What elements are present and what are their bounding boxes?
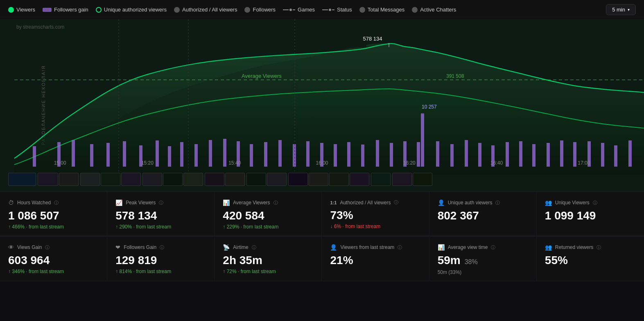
thumb-group-5	[205, 173, 245, 186]
thumbnail[interactable]	[225, 173, 245, 186]
thumbnail[interactable]	[80, 173, 100, 186]
stat-unique-auth-label: Unique auth viewers	[448, 200, 493, 206]
chart-icon: 📊	[438, 244, 445, 251]
thumbnail[interactable]	[101, 173, 120, 186]
thumb-group-2	[38, 173, 79, 186]
stat-followers-info[interactable]: ⓘ	[160, 244, 164, 251]
heart-icon: ❤	[115, 244, 120, 251]
chart-area: by streamscharts.com РАЗОБЛАЧЕНИЕ НЕКОГЛ…	[0, 19, 644, 191]
stat-followers-gain-value: 129 819	[115, 254, 206, 267]
legend-followers[interactable]: Followers	[244, 7, 276, 13]
stat-returned-info[interactable]: ⓘ	[597, 244, 601, 251]
stat-unique-auth: 👤 Unique auth viewers ⓘ 802 367	[429, 192, 537, 236]
legend-auth-all-label: Authorized / All viewers	[182, 7, 237, 13]
thumbnail[interactable]	[392, 173, 412, 186]
stat-average-viewers-label: Average Viewers	[233, 200, 270, 206]
thumbnail[interactable]	[329, 173, 349, 186]
stat-average-viewers-sub: ↑ 229% · from last stream	[223, 224, 313, 230]
thumbnail[interactable]	[205, 173, 224, 186]
stat-avg-info[interactable]: ⓘ	[273, 200, 278, 206]
time-selector-value: 5 min	[612, 7, 625, 13]
stat-airtime-sub: ↑ 72% · from last stream	[223, 269, 313, 274]
thumbnail[interactable]	[59, 173, 79, 186]
stat-followers-gain-header: ❤ Followers Gain ⓘ	[115, 244, 206, 251]
return-icon: 👥	[545, 244, 552, 251]
thumb-group-9	[392, 173, 432, 186]
chevron-down-icon: ▾	[628, 7, 630, 12]
legend-status-label: Status	[337, 7, 352, 13]
thumbnail[interactable]	[350, 173, 369, 186]
stat-peak-viewers: 📈 Peak Viewers ⓘ 578 134 ↑ 290% · from l…	[107, 192, 215, 236]
stat-returned-viewers: 👥 Returned viewers ⓘ 55%	[537, 237, 644, 281]
stat-auth-info[interactable]: ⓘ	[394, 199, 398, 206]
thumbnail[interactable]	[183, 173, 203, 186]
legend-games-label: Games	[298, 7, 315, 13]
thumb-group-4	[142, 173, 203, 186]
stat-followers-gain: ❤ Followers Gain ⓘ 129 819 ↑ 814% · from…	[107, 237, 215, 281]
legend-active-chatters[interactable]: Active Chatters	[412, 7, 456, 13]
stat-hours-watched-label: Hours Watched	[17, 200, 51, 206]
stat-unique-auth-header: 👤 Unique auth viewers ⓘ	[438, 199, 528, 206]
thumbnail[interactable]	[309, 173, 328, 186]
thumb-group-7	[288, 173, 369, 186]
stat-viewers-last-stream-value: 21%	[330, 254, 420, 267]
stat-average-viewers-header: 📊 Average Viewers ⓘ	[223, 199, 313, 206]
thumbnail[interactable]	[8, 173, 36, 186]
stat-unique-auth-info[interactable]: ⓘ	[495, 200, 500, 206]
thumbnail[interactable]	[142, 173, 162, 186]
legend-status[interactable]: Status	[322, 7, 352, 13]
thumbnail[interactable]	[246, 173, 266, 186]
legend-auth-all[interactable]: Authorized / All viewers	[174, 7, 237, 13]
stat-unique-viewers-header: 👥 Unique Viewers ⓘ	[545, 199, 636, 206]
thumbnail[interactable]	[288, 173, 308, 186]
legend-followers-gain[interactable]: Followers gain	[43, 7, 88, 13]
thumbnail[interactable]	[163, 173, 183, 186]
legend-viewers[interactable]: Viewers	[8, 7, 35, 13]
stat-airtime-header: 📡 Airtime ⓘ	[223, 244, 313, 251]
followers-dot	[244, 7, 250, 13]
stat-peak-info[interactable]: ⓘ	[159, 200, 163, 206]
stat-unique-info[interactable]: ⓘ	[593, 200, 597, 206]
stat-airtime-label: Airtime	[233, 244, 248, 250]
stat-auth-all-label: Authorized / All viewers	[340, 200, 391, 206]
status-line-icon	[322, 9, 334, 11]
thumbnail[interactable]	[267, 173, 287, 186]
stat-hours-watched-sub: ↑ 466% · from last stream	[8, 224, 99, 230]
followers-gain-rect	[43, 8, 52, 12]
stat-avg-view-time-pct: 38%	[465, 258, 478, 266]
legend-total-messages-label: Total Messages	[368, 7, 404, 13]
stat-views-info[interactable]: ⓘ	[45, 244, 50, 251]
legend-unique-auth[interactable]: Unique authorized viewers	[96, 7, 167, 13]
stat-hours-watched-info[interactable]: ⓘ	[54, 200, 59, 206]
stat-views-gain-sub: ↑ 346% · from last stream	[8, 269, 99, 274]
stat-returned-viewers-value: 55%	[545, 254, 636, 267]
stat-auth-all-sub: ↓ 6% · from last stream	[330, 224, 420, 229]
legend-active-chatters-label: Active Chatters	[420, 7, 456, 13]
active-chatters-dot	[412, 7, 418, 13]
stat-avg-view-info[interactable]: ⓘ	[491, 244, 495, 251]
thumbnail[interactable]	[38, 173, 58, 186]
stat-avg-view-time-header: 📊 Average view time ⓘ	[438, 244, 528, 251]
legend-total-messages[interactable]: Total Messages	[359, 7, 404, 13]
stat-auth-all: 1:1 Authorized / All viewers ⓘ 73% ↓ 6% …	[322, 192, 429, 236]
stat-viewers-last-stream: 👤 Viewers from last stream ⓘ 21%	[322, 237, 429, 281]
stat-airtime-info[interactable]: ⓘ	[252, 244, 256, 251]
legend-unique-auth-label: Unique authorized viewers	[104, 7, 167, 13]
stat-hours-watched: ⏱ Hours Watched ⓘ 1 086 507 ↑ 466% · fro…	[0, 192, 107, 236]
stat-average-viewers-value: 420 584	[223, 209, 313, 222]
stat-returned-viewers-label: Returned viewers	[555, 244, 593, 250]
stat-avg-view-time-sub: 50m (33%)	[438, 269, 528, 275]
stat-avg-view-time-value: 59m	[438, 254, 461, 267]
legend-viewers-label: Viewers	[16, 7, 35, 13]
stat-views-gain-header: 👁 Views Gain ⓘ	[8, 244, 99, 251]
stat-hours-watched-header: ⏱ Hours Watched ⓘ	[8, 199, 99, 206]
stat-viewers-last-info[interactable]: ⓘ	[398, 244, 402, 251]
thumbnail[interactable]	[371, 173, 391, 186]
thumbnails-row	[0, 168, 644, 190]
legend-games[interactable]: Games	[283, 7, 315, 13]
thumb-group-1	[8, 173, 36, 186]
thumbnail[interactable]	[121, 173, 141, 186]
time-selector[interactable]: 5 min ▾	[606, 4, 636, 15]
thumbnail[interactable]	[413, 173, 432, 186]
time-label-1700: 17:00	[578, 160, 590, 166]
